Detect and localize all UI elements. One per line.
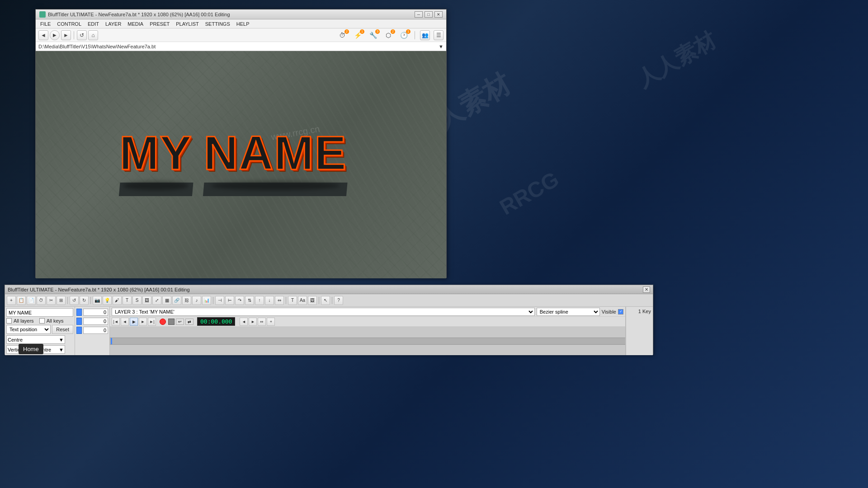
counter-timer[interactable]: ⏱ 2 [336, 30, 348, 40]
align-dropdown[interactable]: Centre ▼ [6, 335, 65, 344]
timeline-titlebar: BluffTitler ULTIMATE - NewFeature7a.bt *… [5, 285, 653, 294]
abc-btn[interactable]: Aa [298, 296, 307, 305]
counter-clock[interactable]: 🕐 1 [398, 30, 410, 40]
counter-hex[interactable]: ⬡ 2 [382, 30, 394, 40]
home-button[interactable]: ⌂ [88, 30, 98, 40]
group-btn[interactable]: ▦ [162, 296, 171, 305]
value-input-1[interactable] [83, 309, 108, 316]
timecode-display: 00:00.000 [197, 317, 235, 326]
align-right-btn[interactable]: ⊢ [225, 296, 234, 305]
value-input-3[interactable] [83, 327, 108, 334]
text-style-btn[interactable]: T [288, 296, 297, 305]
property-row: Text position Reset [6, 325, 73, 334]
redo-btn[interactable]: ↻ [80, 296, 89, 305]
path-dropdown[interactable]: ▼ [439, 44, 443, 49]
music-btn[interactable]: ♪ [192, 296, 201, 305]
record-button[interactable] [160, 319, 166, 325]
rotate-btn[interactable]: ↷ [235, 296, 244, 305]
copy-btn[interactable]: 📋 [17, 296, 26, 305]
move-up-btn[interactable]: ↑ [255, 296, 264, 305]
light-btn[interactable]: 💡 [103, 296, 112, 305]
grid-btn[interactable]: ⊞ [57, 296, 66, 305]
timeline-next[interactable]: ► [249, 318, 257, 326]
cut-btn[interactable]: ✂ [47, 296, 56, 305]
users-button[interactable]: 👥 [420, 30, 430, 40]
timeline-window: BluffTitler ULTIMATE - NewFeature7a.bt *… [5, 285, 653, 355]
menu-layer[interactable]: LAYER [103, 20, 124, 28]
stop-button[interactable] [168, 319, 175, 325]
minimize-button[interactable]: ─ [415, 11, 423, 18]
app-icon [39, 11, 46, 18]
menu-file[interactable]: FILE [38, 20, 53, 28]
play-button[interactable]: ▶ [50, 30, 60, 40]
timeline-area[interactable] [110, 327, 625, 355]
menu-edit[interactable]: EDIT [85, 20, 102, 28]
align-left-btn[interactable]: ⊣ [215, 296, 224, 305]
menu-settings[interactable]: SETTINGS [203, 20, 233, 28]
timeline-close-button[interactable]: ✕ [643, 286, 650, 293]
property-select[interactable]: Text position [6, 325, 51, 334]
value-slider-1[interactable] [76, 309, 82, 316]
word-my-face: MY [119, 126, 193, 180]
script-btn[interactable]: S [132, 296, 142, 305]
expand-btn[interactable]: ⇔ [275, 296, 284, 305]
to-start-button[interactable]: |◄ [112, 318, 120, 326]
prev-frame-button[interactable]: ◄ [121, 318, 129, 326]
to-end-button[interactable]: ►| [148, 318, 156, 326]
bt-sep-2 [90, 297, 91, 304]
undo-btn[interactable]: ↺ [70, 296, 79, 305]
timeline-add[interactable]: + [267, 318, 275, 326]
text-btn[interactable]: T [123, 296, 132, 305]
menu-control[interactable]: CONTROL [54, 20, 84, 28]
menu-button[interactable]: ☰ [434, 30, 443, 40]
reset-button[interactable]: Reset [52, 325, 73, 334]
path-text: D:\Media\BluffTitler\V15\WhatsNew\NewFea… [38, 44, 439, 49]
timer-btn[interactable]: ⏱ [37, 296, 46, 305]
chart-btn[interactable]: 📊 [202, 296, 211, 305]
value-slider-2[interactable] [76, 318, 82, 325]
menu-playlist[interactable]: PLAYLIST [173, 20, 202, 28]
counter-effect[interactable]: ⚡ 1 [352, 30, 363, 40]
close-button[interactable]: ✕ [434, 11, 443, 18]
maximize-button[interactable]: □ [425, 11, 433, 18]
layer-select[interactable]: LAYER 3 : Text 'MY NAME' [112, 308, 535, 316]
all-keys-checkbox[interactable] [39, 318, 45, 324]
bounce-button[interactable]: ⇄ [185, 319, 193, 325]
counter-tool[interactable]: 🔧 3 [367, 30, 379, 40]
camera-btn[interactable]: 📷 [93, 296, 102, 305]
chain-btn[interactable]: ⛓ [182, 296, 191, 305]
image-btn[interactable]: 🖼 [142, 296, 151, 305]
next-frame-button[interactable]: ► [139, 318, 147, 326]
paste-btn[interactable]: 📄 [27, 296, 36, 305]
paint-btn[interactable]: 🖌 [113, 296, 122, 305]
refresh-button[interactable]: ↺ [77, 30, 87, 40]
all-layers-checkbox[interactable] [6, 318, 12, 324]
loop-button[interactable]: ↩ [176, 319, 184, 325]
link-btn[interactable]: 🔗 [172, 296, 181, 305]
play-transport-button[interactable]: ▶ [130, 318, 138, 326]
transform-btn[interactable]: ⤢ [152, 296, 161, 305]
menu-media[interactable]: MEDIA [125, 20, 146, 28]
add-layer-btn[interactable]: + [7, 296, 16, 305]
value-input-2[interactable] [83, 318, 108, 325]
controls-row: All layers All keys Text position Reset … [5, 307, 653, 355]
vertical-align-dropdown[interactable]: Vertical align centre ▼ [6, 345, 65, 354]
flip-btn[interactable]: ⇅ [245, 296, 254, 305]
visible-checkbox[interactable]: ✓ [618, 309, 623, 314]
move-down-btn[interactable]: ↓ [265, 296, 274, 305]
layer-name-input[interactable] [6, 308, 73, 317]
window-controls[interactable]: ─ □ ✕ [415, 11, 443, 18]
timeline-prev[interactable]: ◄ [240, 318, 248, 326]
menu-help[interactable]: HELP [234, 20, 252, 28]
image2-btn[interactable]: 🖼 [308, 296, 317, 305]
back-button[interactable]: ◄ [38, 30, 48, 40]
preview-window: BluffTitler ULTIMATE - NewFeature7a.bt *… [35, 9, 447, 278]
cursor-btn[interactable]: ↖ [321, 296, 330, 305]
help-btn[interactable]: ? [334, 296, 343, 305]
forward-button[interactable]: ► [61, 30, 71, 40]
transport-row: |◄ ◄ ▶ ► ►| ↩ ⇄ 00:00.000 ◄ ► ⇔ + [110, 317, 625, 327]
spline-select[interactable]: Bezier spline [537, 308, 600, 316]
timeline-expand[interactable]: ⇔ [258, 318, 266, 326]
menu-preset[interactable]: PRESET [147, 20, 172, 28]
value-slider-3[interactable] [76, 327, 82, 334]
